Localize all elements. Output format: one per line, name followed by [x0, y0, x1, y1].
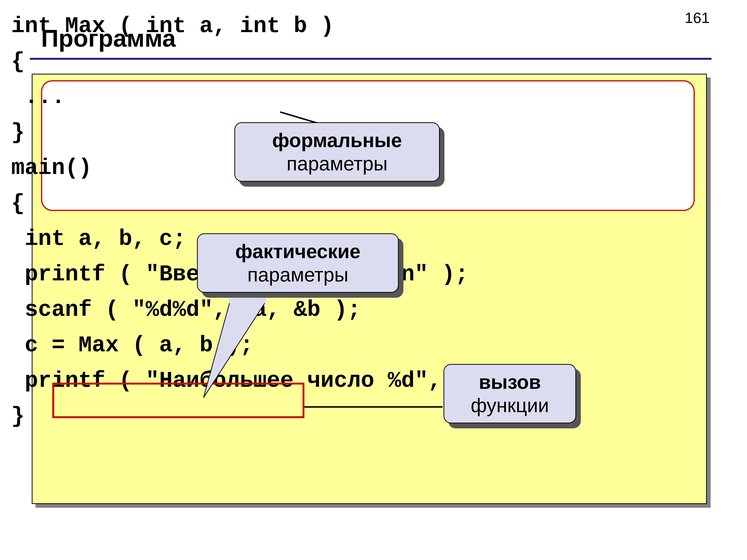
code-line: c = Max ( a, b );: [11, 332, 253, 358]
code-line: {: [11, 49, 25, 74]
function-call-highlight: [52, 383, 304, 418]
callout-bold: формальные: [272, 129, 402, 151]
code-line: int Max ( int a, int b ): [11, 14, 334, 39]
code-line: ...: [11, 84, 65, 110]
callout-formal-params: формальные параметры: [234, 122, 440, 182]
code-line: }: [11, 404, 25, 429]
code-text: int Max ( int a, int b ) { ... } main() …: [11, 8, 509, 434]
callout-text: параметры: [247, 264, 348, 286]
callout-function-call: вызов функции: [443, 364, 576, 423]
code-line: main(): [11, 155, 92, 181]
callout-text: функции: [471, 394, 549, 416]
callout-actual-params: фактические параметры: [197, 233, 399, 293]
code-line: {: [11, 191, 25, 216]
code-line: int a, b, c;: [11, 226, 186, 251]
callout-bold: вызов: [479, 371, 541, 393]
callout-text: параметры: [286, 153, 387, 175]
code-line: scanf ( "%d%d", &a, &b );: [11, 297, 361, 323]
page-number: 161: [685, 9, 710, 27]
callout-bold: фактические: [235, 240, 361, 262]
code-line: }: [11, 120, 25, 145]
